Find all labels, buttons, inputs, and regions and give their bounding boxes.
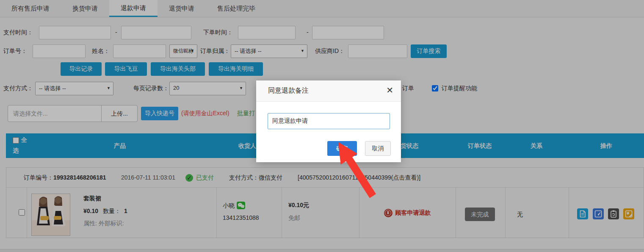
close-icon[interactable]: ✕ xyxy=(386,85,393,95)
confirm-button[interactable]: 确定 xyxy=(327,141,357,156)
refund-admin-page: 所有售后申请 换货申请 退款申请 退货申请 售后处理完毕 支付时间： - 下单时… xyxy=(0,0,644,252)
cancel-button[interactable]: 取消 xyxy=(365,141,391,156)
dialog-title: 同意退款备注 xyxy=(268,86,309,95)
refund-note-input[interactable] xyxy=(268,113,390,129)
agree-refund-dialog: 同意退款备注 ✕ 确定 取消 xyxy=(256,80,401,162)
dialog-header: 同意退款备注 ✕ xyxy=(256,80,401,102)
